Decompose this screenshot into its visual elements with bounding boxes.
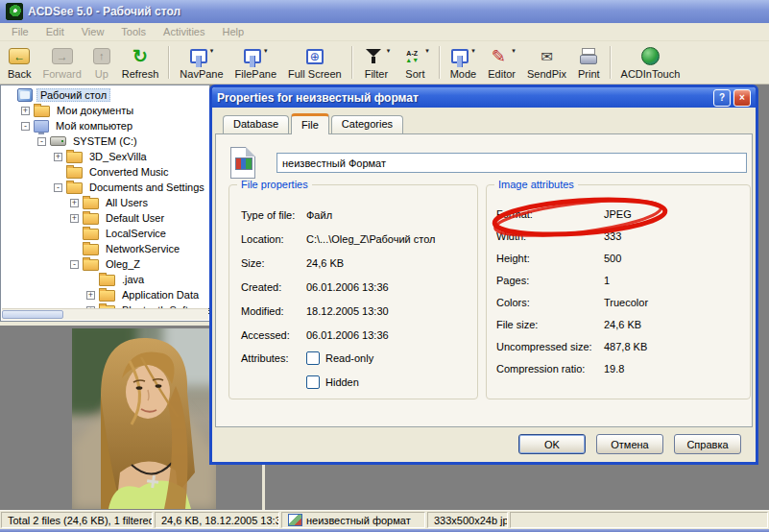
menu-item[interactable]: Tools [112, 24, 155, 39]
tree-item[interactable]: + All Users [1, 195, 209, 210]
tree-item-icon [17, 88, 33, 102]
tree-item[interactable]: - Documents and Settings [1, 180, 209, 195]
toolbar-button[interactable]: SendPix [521, 42, 572, 83]
toolbar-separator [351, 46, 353, 79]
tree-item[interactable]: + Application Data [1, 287, 209, 302]
window-titlebar[interactable]: ACDSee 5.0 - Рабочий стол [0, 0, 769, 23]
tree-item[interactable]: - SYSTEM (C:) [1, 133, 209, 149]
menu-item[interactable]: Help [213, 24, 252, 39]
photo-preview[interactable] [72, 328, 216, 509]
toolbar-button[interactable]: Print [572, 42, 606, 83]
tab[interactable]: Categories [331, 115, 403, 133]
menu-item[interactable]: File [3, 24, 37, 39]
toolbar-icon-row: ▾ [401, 46, 429, 67]
toolbar-button[interactable]: ▾ NavPane [174, 42, 228, 83]
tree-indent [1, 233, 68, 234]
tree-item[interactable]: Converted Music [1, 164, 209, 180]
tree-item-icon [99, 290, 115, 302]
tree-expander[interactable] [84, 274, 97, 286]
toolbar-button[interactable]: Full Screen [282, 42, 348, 83]
tree-expander[interactable]: - [37, 137, 46, 146]
toolbar-button[interactable]: ▾ Filter [357, 42, 397, 83]
tree-item[interactable]: NetworkService [1, 241, 209, 256]
tree-item-label: Мой компьютер [53, 120, 135, 132]
tree-expander[interactable]: + [21, 107, 30, 115]
tree-item[interactable]: - Oleg_Z [1, 256, 209, 272]
tree-horizontal-scrollbar[interactable] [2, 308, 208, 320]
scrollbar-thumb[interactable] [2, 310, 63, 319]
tree-expander[interactable] [3, 89, 15, 102]
tree-item-label: Default User [103, 212, 167, 224]
filename-input[interactable] [276, 153, 747, 173]
toolbar-icon-row [52, 46, 73, 67]
tree-indent [1, 295, 84, 296]
tree-item-icon [50, 136, 66, 146]
toolbar-button-label: SendPix [527, 68, 566, 80]
dropdown-arrow-icon[interactable]: ▾ [264, 47, 268, 55]
image-attribute-value: JPEG [604, 208, 632, 220]
tree-item[interactable]: LocalService [1, 226, 209, 241]
tree-item[interactable]: .java [1, 272, 209, 287]
folder-tree-panel: Рабочий стол + Мои документы - Мой компь… [0, 85, 210, 322]
image-attribute-label: File size: [496, 319, 604, 330]
dialog-titlebar[interactable]: Properties for неизвестный формат ? × [212, 87, 756, 108]
tree-expander[interactable]: - [70, 260, 79, 269]
tree-expander[interactable] [52, 166, 64, 179]
tree-expander[interactable] [68, 228, 81, 240]
tab[interactable]: Database [223, 115, 289, 133]
image-file-icon [288, 514, 302, 526]
dialog-button[interactable]: Отмена [596, 434, 663, 454]
checkbox[interactable] [306, 375, 320, 389]
toolbar-button[interactable]: ACDInTouch [615, 42, 686, 83]
tree-item-label: LocalService [103, 228, 169, 239]
attribute-checkbox-row[interactable]: Hidden [306, 375, 373, 388]
menu-item[interactable]: Edit [37, 24, 73, 39]
tree-item[interactable]: + 3D_SexVilla [1, 149, 209, 164]
toolbar-button[interactable]: ▾ Sort [396, 42, 435, 83]
tree-expander[interactable]: - [54, 183, 62, 192]
dialog-title: Properties for неизвестный формат [217, 91, 710, 105]
property-label: Type of file: [241, 209, 306, 221]
tree-expander[interactable]: + [70, 214, 79, 223]
tree-expander[interactable] [68, 243, 81, 255]
dropdown-arrow-icon[interactable]: ▾ [425, 47, 429, 55]
tree-expander[interactable]: + [70, 199, 79, 207]
toolbar-button[interactable]: Up [87, 42, 116, 83]
tree-indent [1, 264, 68, 265]
checkbox[interactable] [306, 351, 320, 365]
property-row: Accessed: 06.01.2006 13:36 [229, 323, 477, 347]
tree-item-label: 3D_SexVilla [86, 151, 150, 162]
dialog-button[interactable]: OK [518, 434, 586, 454]
close-icon[interactable]: × [733, 89, 751, 107]
tree-item[interactable]: - Мой компьютер [1, 118, 209, 133]
tree-item[interactable]: + Default User [1, 210, 209, 226]
dropdown-arrow-icon[interactable]: ▾ [512, 47, 516, 55]
help-button[interactable]: ? [713, 89, 731, 107]
toolbar-icon-row [536, 46, 557, 67]
toolbar-button[interactable]: Refresh [116, 42, 165, 83]
menu-item[interactable]: View [73, 24, 113, 39]
attribute-checkbox-row[interactable]: Read-only [306, 351, 373, 364]
tree-item[interactable]: Рабочий стол [1, 87, 209, 103]
tree-expander[interactable]: - [21, 122, 30, 131]
toolbar-button[interactable]: Back [2, 42, 36, 83]
tab[interactable]: File [291, 113, 329, 134]
menu-item[interactable]: Activities [155, 24, 213, 39]
toolbar-button[interactable]: Forward [36, 42, 86, 83]
dropdown-arrow-icon[interactable]: ▾ [471, 47, 475, 55]
dropdown-arrow-icon[interactable]: ▾ [210, 47, 214, 55]
dropdown-arrow-icon[interactable]: ▾ [387, 47, 391, 55]
image-attribute-label: Compression ratio: [496, 363, 604, 375]
tree-item-icon [66, 167, 83, 179]
tree-expander[interactable]: + [86, 291, 95, 300]
toolbar-icon-row: ▾ [488, 46, 516, 67]
tree-item-icon [99, 275, 115, 286]
toolbar-icon-row [578, 46, 599, 67]
toolbar-button[interactable]: ▾ Mode [445, 42, 483, 83]
toolbar-button[interactable]: ▾ FilePane [229, 42, 282, 83]
tree-expander[interactable]: + [54, 153, 62, 161]
toolbar-button[interactable]: ▾ Editor [482, 42, 521, 83]
image-attribute-row: Colors: Truecolor [487, 291, 750, 313]
dialog-button[interactable]: Справка [674, 434, 741, 454]
tree-item[interactable]: + Мои документы [1, 103, 209, 118]
